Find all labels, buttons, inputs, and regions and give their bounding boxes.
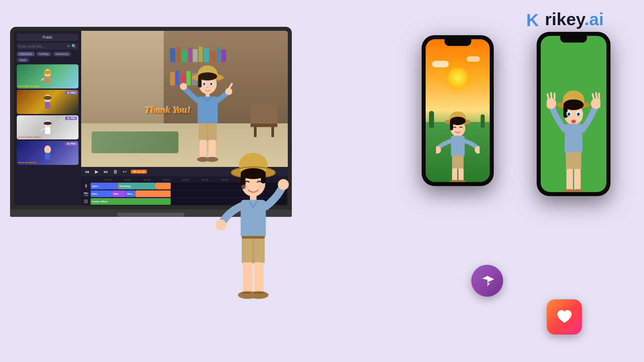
clip-showing[interactable]: Showing (118, 183, 155, 189)
svg-rect-96 (567, 169, 573, 191)
ruler-mark-1: 00:05 (124, 178, 144, 181)
svg-point-7 (44, 96, 52, 100)
svg-point-83 (569, 113, 570, 114)
svg-line-4 (41, 78, 44, 80)
svg-rect-65 (450, 121, 453, 130)
phone-frame-right (537, 32, 610, 196)
clip-home-office[interactable]: Home Office (91, 198, 171, 205)
svg-point-29 (180, 83, 187, 90)
svg-line-92 (593, 94, 594, 99)
delete-button[interactable]: 🗑 (112, 168, 119, 175)
svg-rect-9 (45, 127, 50, 134)
thumb-item-3[interactable]: ⭐ PRO BLACK FRIDAY DEALS! (17, 115, 78, 139)
svg-marker-100 (482, 276, 494, 283)
animation-track-icon: 🧍 (83, 184, 89, 188)
standing-character (216, 141, 290, 349)
thumb-char-3 (38, 117, 58, 137)
clip-cam4[interactable] (136, 190, 171, 197)
telegram-social-icon[interactable] (471, 265, 503, 297)
svg-rect-56 (254, 262, 264, 294)
svg-rect-13 (45, 153, 50, 160)
thumb-item-2[interactable]: ⭐ PRO (17, 90, 78, 114)
svg-point-47 (258, 185, 265, 189)
rewind-button[interactable]: ⏮ (84, 168, 91, 175)
tag-saas[interactable]: Saas (17, 58, 29, 62)
thumb-label-1: WELCOME TO KRINO (18, 85, 39, 87)
svg-rect-54 (242, 236, 265, 239)
thumbnail-list: WELCOME TO KRINO ⭐ PRO (17, 64, 78, 165)
thumb-char-4 (38, 143, 58, 163)
svg-line-28 (183, 87, 198, 101)
clip-cam3[interactable]: Mid... (126, 190, 136, 197)
heart-social-icon[interactable] (547, 299, 582, 335)
search-bar[interactable]: ✕ 🔍 (17, 43, 78, 50)
logo: K rikey.ai (526, 9, 604, 29)
ruler-mark-0: 00:00 (105, 178, 124, 181)
svg-rect-69 (452, 156, 464, 169)
svg-rect-2 (45, 76, 50, 83)
svg-point-24 (211, 83, 212, 84)
tag-holiday[interactable]: Holiday (36, 52, 52, 56)
thumb-item-1[interactable]: WELCOME TO KRINO (17, 64, 78, 88)
phone-notch-right (560, 35, 587, 43)
svg-line-93 (596, 93, 597, 98)
clear-icon[interactable]: ✕ (67, 44, 70, 49)
svg-rect-66 (451, 136, 465, 157)
ruler-mark-2: 00:10 (144, 178, 163, 181)
svg-line-88 (547, 94, 549, 99)
thumb-label-4: Winter Wonderland (18, 162, 37, 164)
phone-right-character (547, 88, 600, 192)
public-button[interactable]: Public (17, 34, 78, 41)
play-button[interactable]: ▶ (93, 168, 100, 175)
fast-forward-button[interactable]: ⏭ (103, 168, 109, 175)
sidebar: Public ✕ 🔍 character Holiday backstory S… (14, 31, 81, 205)
tag-row: character Holiday backstory Saas (17, 52, 78, 62)
svg-rect-26 (206, 93, 210, 97)
clip-spin[interactable]: Spin... (91, 183, 118, 189)
clip-cam2[interactable]: Mid... (112, 190, 126, 197)
playhead[interactable] (118, 183, 119, 189)
svg-rect-55 (243, 262, 253, 294)
svg-rect-6 (45, 102, 50, 109)
phone-screen-right (541, 36, 606, 192)
tree-left (429, 111, 434, 128)
rug (92, 131, 178, 153)
svg-rect-27 (198, 97, 218, 124)
scene-track-icon: 🖼 (83, 199, 89, 204)
phone-screen-left (426, 39, 490, 182)
tag-backstory[interactable]: backstory (53, 52, 71, 56)
phone-left (422, 35, 494, 186)
thumb-char-2 (38, 92, 58, 112)
svg-rect-95 (566, 152, 581, 170)
svg-rect-86 (565, 124, 582, 154)
clip-cam1[interactable]: Mid... (91, 190, 112, 197)
chair (251, 104, 277, 137)
svg-rect-49 (240, 200, 266, 238)
svg-point-3 (44, 70, 52, 74)
svg-point-10 (44, 122, 52, 125)
svg-point-25 (207, 87, 209, 88)
undo-button[interactable]: ↩ (121, 168, 128, 175)
logo-text: rikey.ai (545, 10, 604, 28)
svg-text:K: K (526, 10, 539, 29)
svg-point-84 (578, 113, 580, 114)
phone-notch-left (444, 39, 471, 46)
ruler-mark-3: 00:15 (163, 178, 182, 181)
pro-badge-4: ⭐ PRO (65, 142, 77, 145)
thumb-item-4[interactable]: ⭐ PRO Winter Wonderland (17, 141, 78, 165)
search-icon: 🔍 (71, 44, 76, 49)
svg-rect-78 (564, 105, 568, 118)
svg-rect-35 (200, 140, 207, 159)
svg-point-51 (278, 179, 289, 190)
cloud-1 (432, 61, 449, 67)
phone-right (537, 32, 610, 196)
cloud-2 (467, 56, 480, 62)
svg-rect-97 (574, 169, 581, 191)
search-input[interactable] (19, 45, 65, 48)
tag-character[interactable]: character (17, 52, 35, 56)
pro-badge-2: ⭐ PRO (65, 91, 77, 95)
svg-rect-36 (209, 140, 216, 159)
svg-point-81 (567, 113, 570, 116)
clip-anim3[interactable] (155, 183, 171, 189)
svg-point-23 (204, 83, 205, 84)
